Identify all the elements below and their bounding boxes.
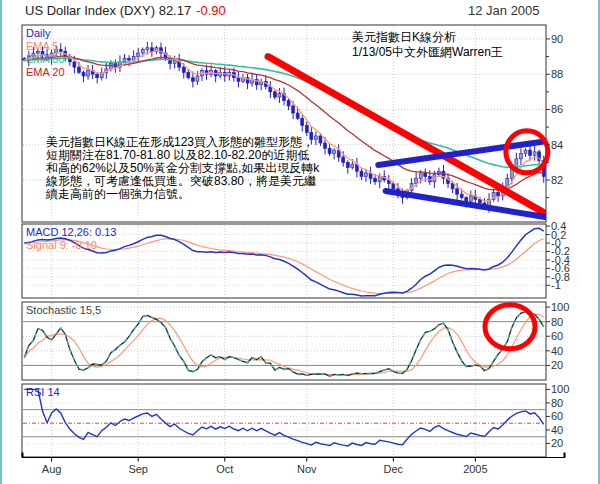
analysis-title: 美元指數日K線分析 1/13/05中文外匯網Warren王 xyxy=(352,30,503,60)
x-axis-month-label: 2005 xyxy=(463,463,487,475)
y-axis-label: 86 xyxy=(551,103,563,115)
y-axis-label: -1 xyxy=(551,279,561,291)
x-axis-month-label: Aug xyxy=(42,463,62,475)
legend-ema50: EMA 50 xyxy=(26,53,65,66)
y-axis-label: 90 xyxy=(551,33,563,45)
page-title: US Dollar Index (DXY) 82.17-0.90 xyxy=(25,3,226,18)
chart-window: 90888684820.40.2-0-0.2-0.4-0.6-0.8-11008… xyxy=(0,0,600,484)
y-axis-label: 100 xyxy=(551,301,569,313)
x-axis-month-label: Dec xyxy=(384,463,404,475)
y-axis-label: 60 xyxy=(551,330,563,342)
chart-date: 12 Jan 2005 xyxy=(468,3,540,18)
y-axis-label: 20 xyxy=(551,437,563,449)
y-axis-label: 88 xyxy=(551,68,563,80)
rsi-legend: RSI 14 xyxy=(26,386,60,398)
legend-macd: MACD 12,26: 0.13 xyxy=(26,226,117,239)
main-chart-legend: Daily EMA 5 EMA 50 EMA 20 xyxy=(26,27,65,79)
analysis-title-line2: 1/13/05中文外匯網Warren王 xyxy=(352,45,503,60)
y-axis-label: 60 xyxy=(551,410,563,422)
y-axis-label: 20 xyxy=(551,359,563,371)
x-axis-month-label: Sep xyxy=(128,463,148,475)
rsi-pane xyxy=(22,384,546,457)
y-axis-label: 100 xyxy=(551,383,569,395)
y-axis-label: 80 xyxy=(551,316,563,328)
legend-signal: Signal 9: -0.10 xyxy=(26,239,117,252)
y-axis-label: 82 xyxy=(551,174,563,186)
legend-daily: Daily xyxy=(26,27,65,40)
analysis-commentary: 美元指數日K線正在形成123買入形態的雛型形態， 短期關注在81.70-81.8… xyxy=(46,136,319,201)
legend-ema20: EMA 20 xyxy=(26,66,65,79)
x-axis-month-label: Nov xyxy=(297,463,317,475)
y-axis-label: 84 xyxy=(551,139,563,151)
analysis-title-line1: 美元指數日K線分析 xyxy=(352,30,503,45)
price-change: -0.90 xyxy=(196,3,226,18)
x-axis-month-label: Oct xyxy=(216,463,233,475)
stochastic-legend: Stochastic 15,5 xyxy=(26,304,101,316)
y-axis-label: 80 xyxy=(551,397,563,409)
y-axis-label: 40 xyxy=(551,424,563,436)
macd-legend: MACD 12,26: 0.13 Signal 9: -0.10 xyxy=(26,226,117,252)
y-axis-label: 40 xyxy=(551,345,563,357)
instrument-title: US Dollar Index (DXY) 82.17 xyxy=(25,3,191,18)
legend-ema5: EMA 5 xyxy=(26,40,65,53)
commentary-line: 續走高前的一個強力信號。 xyxy=(46,188,319,201)
